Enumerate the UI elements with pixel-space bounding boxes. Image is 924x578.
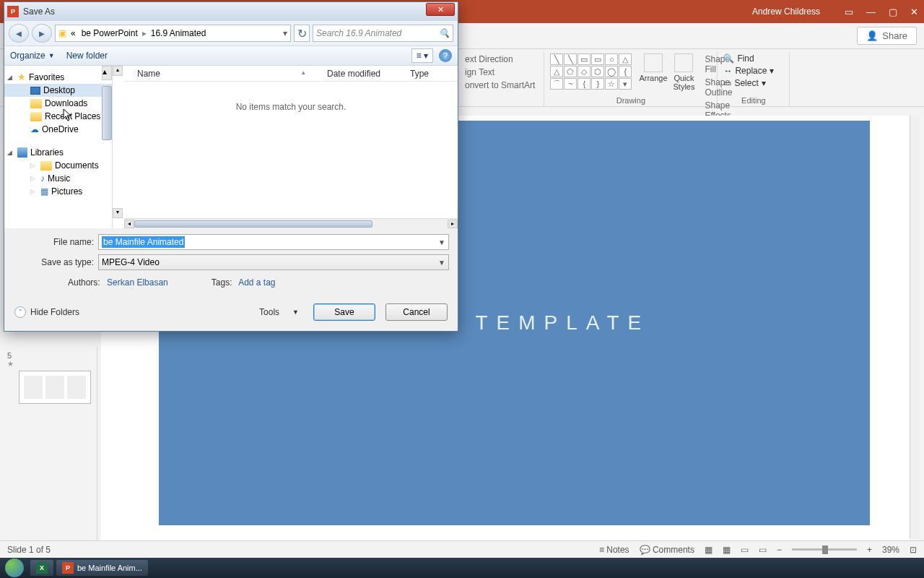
hscroll-left[interactable]: ◂ bbox=[124, 220, 134, 228]
vertical-scrollbar[interactable] bbox=[910, 116, 920, 538]
save-button[interactable]: Save bbox=[313, 303, 375, 321]
select-cmd[interactable]: ▭ Select ▾ bbox=[723, 78, 783, 88]
dialog-form: File name: be Mainfile Animated ▼ Save a… bbox=[4, 228, 458, 296]
taskbar: X P be Mainfile Anim... bbox=[0, 558, 924, 578]
tags-value[interactable]: Add a tag bbox=[238, 277, 275, 288]
zoom-value[interactable]: 39% bbox=[882, 545, 899, 555]
sorter-view-icon[interactable]: ▦ bbox=[723, 545, 731, 555]
file-scroll-up[interactable]: ▴ bbox=[113, 66, 123, 76]
powerpoint-icon: P bbox=[7, 6, 19, 17]
view-button[interactable]: ≡ ▾ bbox=[411, 48, 433, 63]
dialog-close-button[interactable]: ✕ bbox=[426, 3, 455, 16]
filename-label: File name: bbox=[13, 237, 98, 247]
arrange-button[interactable]: Arrange bbox=[639, 53, 667, 91]
tree-scroll-thumb[interactable] bbox=[102, 86, 112, 140]
dialog-body: ▴ ◢★ Favorites Desktop Downloads Recent … bbox=[4, 66, 458, 228]
powerpoint-task[interactable]: P be Mainfile Anim... bbox=[56, 560, 148, 576]
authors-value[interactable]: Serkan Elbasan bbox=[107, 277, 168, 288]
breadcrumb[interactable]: ▣ « be PowerPoint ▸ 16.9 Animated ▾ bbox=[55, 25, 291, 42]
refresh-button[interactable]: ↻ bbox=[294, 25, 310, 42]
tree-scroll-up[interactable]: ▴ bbox=[102, 66, 112, 80]
search-input[interactable]: Search 16.9 Animated 🔍 bbox=[313, 25, 453, 42]
nav-forward-button[interactable]: ► bbox=[32, 24, 52, 43]
hide-folders-button[interactable]: ˄ Hide Folders bbox=[14, 306, 79, 318]
recent-places-node[interactable]: Recent Places bbox=[4, 110, 112, 123]
hscroll-thumb[interactable] bbox=[134, 220, 372, 228]
cancel-button[interactable]: Cancel bbox=[385, 303, 448, 321]
hscroll-right[interactable]: ▸ bbox=[448, 220, 458, 228]
desktop-icon bbox=[30, 87, 40, 95]
smartart-cmd[interactable]: onvert to SmartArt bbox=[462, 79, 538, 91]
folder-icon bbox=[30, 99, 42, 108]
dialog-nav: ◄ ► ▣ « be PowerPoint ▸ 16.9 Animated ▾ … bbox=[4, 21, 458, 46]
documents-node[interactable]: ▷ Documents bbox=[4, 159, 112, 172]
align-text-cmd[interactable]: ign Text bbox=[462, 66, 538, 78]
search-icon: 🔍 bbox=[439, 28, 450, 38]
onedrive-node[interactable]: ☁ OneDrive bbox=[4, 123, 112, 136]
share-button[interactable]: 👤 Share bbox=[857, 27, 917, 45]
text-direction-cmd[interactable]: ext Direction bbox=[462, 53, 538, 65]
cloud-icon: ☁ bbox=[30, 124, 39, 134]
replace-cmd[interactable]: ↔ Replace ▾ bbox=[723, 66, 783, 76]
file-list-empty: No items match your search. bbox=[124, 82, 458, 112]
ppt-user: Andrew Childress bbox=[752, 7, 820, 17]
savetype-label: Save as type: bbox=[13, 257, 98, 267]
star-icon: ★ bbox=[17, 72, 26, 82]
maximize-icon[interactable]: ▢ bbox=[889, 7, 897, 17]
music-node[interactable]: ▷♪ Music bbox=[4, 172, 112, 185]
tools-button[interactable]: Tools▼ bbox=[255, 307, 303, 317]
chevron-down-icon[interactable]: ▼ bbox=[438, 259, 445, 267]
new-folder-button[interactable]: New folder bbox=[66, 51, 108, 61]
thumbnail-panel: 5 ★ bbox=[0, 347, 97, 549]
chevron-up-icon: ˄ bbox=[14, 306, 26, 318]
quick-styles-button[interactable]: Quick Styles bbox=[674, 53, 695, 91]
libraries-node[interactable]: ◢ Libraries bbox=[4, 146, 112, 159]
file-scroll-down[interactable]: ▾ bbox=[113, 208, 123, 218]
file-panel: ▴ Name ▴ Date modified Type No items mat… bbox=[113, 66, 458, 228]
ribbon-display-icon[interactable]: ▭ bbox=[845, 7, 853, 17]
excel-task[interactable]: X bbox=[30, 560, 53, 576]
reading-view-icon[interactable]: ▭ bbox=[741, 545, 749, 555]
downloads-node[interactable]: Downloads bbox=[4, 97, 112, 110]
organize-button[interactable]: Organize ▼ bbox=[10, 51, 55, 61]
savetype-combo[interactable]: MPEG-4 Video ▼ bbox=[98, 254, 449, 270]
chevron-down-icon[interactable]: ▼ bbox=[438, 238, 445, 246]
favorites-node[interactable]: ◢★ Favorites bbox=[4, 70, 112, 84]
dialog-titlebar[interactable]: P Save As ✕ bbox=[4, 2, 458, 21]
minimize-icon[interactable]: — bbox=[866, 7, 876, 17]
start-button[interactable] bbox=[0, 558, 29, 578]
libraries-icon bbox=[17, 147, 27, 158]
breadcrumb-seg-2[interactable]: 16.9 Animated bbox=[149, 28, 208, 38]
comments-button[interactable]: 💬 Comments bbox=[640, 545, 694, 555]
pictures-node[interactable]: ▷▦ Pictures bbox=[4, 185, 112, 198]
slideshow-view-icon[interactable]: ▭ bbox=[759, 545, 767, 555]
dialog-footer: ˄ Hide Folders Tools▼ Save Cancel bbox=[4, 296, 458, 331]
nav-back-button[interactable]: ◄ bbox=[9, 24, 29, 43]
normal-view-icon[interactable]: ▦ bbox=[705, 545, 712, 555]
tags-label: Tags: bbox=[212, 277, 232, 288]
file-header[interactable]: Name ▴ Date modified Type bbox=[124, 66, 458, 82]
breadcrumb-seg-1[interactable]: be PowerPoint bbox=[80, 28, 139, 38]
drawing-group-label: Drawing bbox=[544, 96, 717, 105]
file-hscroll[interactable]: ◂ ▸ bbox=[124, 218, 458, 228]
dialog-title: Save As bbox=[23, 7, 426, 17]
close-icon[interactable]: ✕ bbox=[910, 7, 918, 17]
save-as-dialog: P Save As ✕ ◄ ► ▣ « be PowerPoint ▸ 16.9… bbox=[4, 1, 458, 332]
fit-window-icon[interactable]: ⊡ bbox=[910, 545, 917, 555]
zoom-in-icon[interactable]: + bbox=[867, 545, 872, 555]
powerpoint-icon: P bbox=[62, 562, 74, 574]
slide-thumbnail[interactable] bbox=[19, 371, 91, 404]
shapes-gallery[interactable]: ╲╲▭▭○△ △⬠◇⬡◯{ ⌒~{}☆▾ bbox=[550, 53, 632, 90]
dialog-toolbar: Organize ▼ New folder ≡ ▾ ? bbox=[4, 46, 458, 66]
tree-panel: ▴ ◢★ Favorites Desktop Downloads Recent … bbox=[4, 66, 113, 228]
notes-button[interactable]: ≡ Notes bbox=[599, 545, 629, 555]
filename-input[interactable]: be Mainfile Animated ▼ bbox=[98, 234, 449, 250]
zoom-out-icon[interactable]: − bbox=[777, 545, 782, 555]
find-cmd[interactable]: 🔍 Find bbox=[723, 53, 783, 64]
desktop-node[interactable]: Desktop bbox=[4, 84, 112, 97]
authors-label: Authors: bbox=[68, 277, 100, 288]
slide-indicator: Slide 1 of 5 bbox=[7, 545, 51, 555]
music-icon: ♪ bbox=[40, 173, 45, 184]
zoom-slider[interactable] bbox=[792, 548, 857, 551]
help-button[interactable]: ? bbox=[439, 49, 452, 62]
